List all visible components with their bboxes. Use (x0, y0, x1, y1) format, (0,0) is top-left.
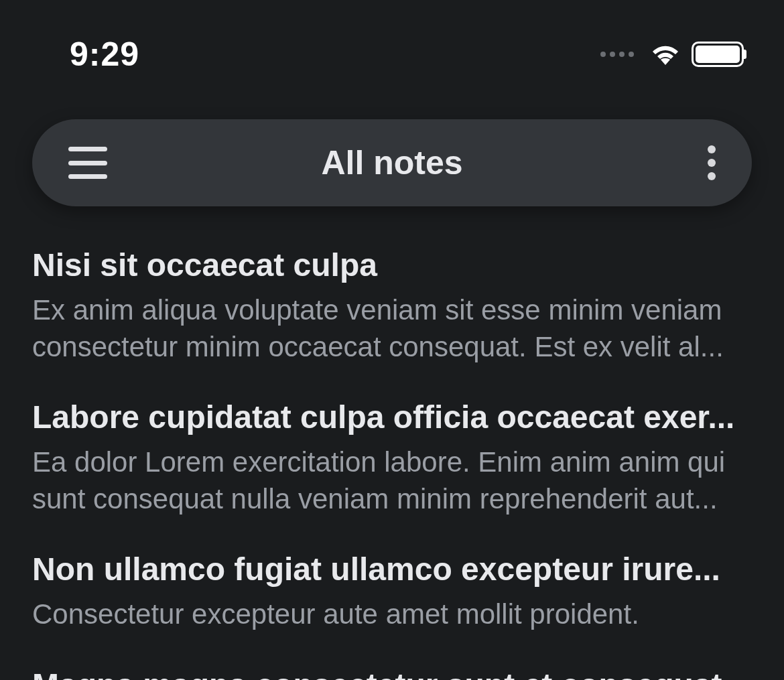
battery-icon (692, 42, 744, 67)
note-title: Non ullamco fugiat ullamco excepteur iru… (32, 549, 752, 590)
notes-list: Nisi sit occaecat culpa Ex anim aliqua v… (0, 245, 784, 680)
note-item[interactable]: Labore cupidatat culpa officia occaecat … (32, 397, 752, 517)
battery-fill (696, 46, 740, 63)
more-options-icon[interactable] (708, 145, 716, 180)
wifi-icon (650, 43, 681, 66)
status-bar: 9:29 (0, 0, 784, 80)
note-preview: Ex anim aliqua voluptate veniam sit esse… (32, 292, 752, 365)
signal-dots-icon (600, 52, 634, 57)
status-time: 9:29 (70, 35, 139, 74)
note-item[interactable]: Magna magna consectetur sunt et consequa… (32, 665, 752, 680)
note-item[interactable]: Non ullamco fugiat ullamco excepteur iru… (32, 549, 752, 633)
app-header: All notes (32, 119, 752, 206)
status-indicators (600, 42, 744, 67)
note-title: Magna magna consectetur sunt et consequa… (32, 665, 752, 680)
page-title: All notes (321, 143, 462, 182)
note-title: Labore cupidatat culpa officia occaecat … (32, 397, 752, 437)
hamburger-menu-icon[interactable] (68, 147, 107, 179)
note-title: Nisi sit occaecat culpa (32, 245, 752, 285)
note-preview: Ea dolor Lorem exercitation labore. Enim… (32, 444, 752, 517)
note-preview: Consectetur excepteur aute amet mollit p… (32, 596, 752, 633)
note-item[interactable]: Nisi sit occaecat culpa Ex anim aliqua v… (32, 245, 752, 365)
